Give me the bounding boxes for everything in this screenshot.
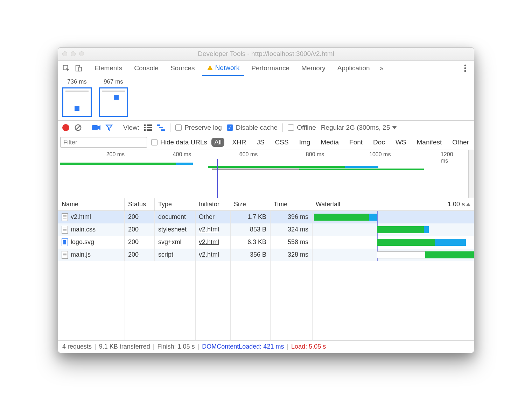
kebab-menu-icon[interactable] bbox=[459, 64, 471, 72]
file-icon bbox=[62, 226, 68, 234]
type-filter-css[interactable]: CSS bbox=[272, 138, 292, 147]
col-name[interactable]: Name bbox=[58, 198, 125, 210]
svg-rect-12 bbox=[147, 124, 152, 126]
col-size[interactable]: Size bbox=[230, 198, 270, 210]
tab-performance[interactable]: Performance bbox=[246, 61, 294, 76]
status-bar: 4 requests | 9.1 KB transferred | Finish… bbox=[58, 340, 474, 353]
titlebar: Developer Tools - http://localhost:3000/… bbox=[58, 48, 474, 61]
request-table: Name Status Type Initiator Size Time Wat… bbox=[58, 198, 474, 340]
file-icon bbox=[62, 238, 68, 246]
col-time[interactable]: Time bbox=[270, 198, 312, 210]
type-filter-xhr[interactable]: XHR bbox=[229, 138, 249, 147]
filter-icon[interactable] bbox=[105, 124, 113, 131]
frame-timestamp: 967 ms bbox=[104, 78, 123, 85]
svg-rect-13 bbox=[144, 127, 146, 128]
col-status[interactable]: Status bbox=[125, 198, 155, 210]
svg-point-5 bbox=[464, 65, 466, 66]
dcl-time: DOMContentLoaded: 421 ms bbox=[202, 343, 284, 350]
requests-count: 4 requests bbox=[62, 343, 92, 350]
type-filter-manifest[interactable]: Manifest bbox=[414, 138, 445, 147]
tab-elements[interactable]: Elements bbox=[90, 61, 127, 76]
timeline-overview[interactable]: 200 ms400 ms600 ms800 ms1000 ms1200 ms bbox=[58, 150, 474, 198]
type-filter-ws[interactable]: WS bbox=[393, 138, 409, 147]
svg-rect-14 bbox=[147, 127, 152, 128]
waterfall-cell bbox=[312, 249, 474, 261]
type-filter-other[interactable]: Other bbox=[449, 138, 472, 147]
table-row[interactable]: main.css200stylesheetv2.html853 B324 ms bbox=[58, 223, 474, 236]
table-row[interactable]: logo.svg200svg+xmlv2.html6.3 KB558 ms bbox=[58, 236, 474, 249]
frame-timestamp: 736 ms bbox=[67, 78, 87, 85]
table-row[interactable]: main.js200scriptv2.html356 B328 ms bbox=[58, 249, 474, 261]
transferred-size: 9.1 KB transferred bbox=[99, 343, 150, 350]
filmstrip-frame[interactable]: 967 ms bbox=[99, 78, 128, 117]
type-filter-font[interactable]: Font bbox=[346, 138, 365, 147]
tab-application[interactable]: Application bbox=[332, 61, 375, 76]
col-waterfall[interactable]: Waterfall 1.00 s bbox=[312, 198, 474, 210]
filmstrip: 736 ms 967 ms bbox=[58, 76, 474, 121]
type-filter-all[interactable]: All bbox=[211, 138, 224, 147]
finish-time: Finish: 1.05 s bbox=[158, 343, 195, 350]
devtools-window: Developer Tools - http://localhost:3000/… bbox=[58, 47, 474, 353]
svg-rect-4 bbox=[210, 69, 210, 70]
minimize-icon[interactable] bbox=[71, 51, 76, 56]
svg-rect-16 bbox=[147, 129, 152, 131]
panel-tabs: Elements Console Sources Network Perform… bbox=[58, 61, 474, 76]
timeline-tick: 400 ms bbox=[173, 151, 191, 158]
chevron-down-icon bbox=[392, 126, 397, 129]
camera-icon[interactable] bbox=[92, 124, 100, 131]
offline-checkbox[interactable]: Offline bbox=[288, 124, 316, 131]
clear-icon[interactable] bbox=[74, 124, 82, 131]
initiator-link[interactable]: v2.html bbox=[199, 251, 219, 258]
inspect-icon[interactable] bbox=[61, 63, 71, 73]
filmstrip-frame[interactable]: 736 ms bbox=[62, 78, 92, 117]
table-row[interactable]: v2.html200documentOther1.7 KB396 ms bbox=[58, 211, 474, 223]
overview-scrollbar[interactable] bbox=[468, 150, 474, 198]
filter-input[interactable]: Filter bbox=[60, 137, 147, 148]
col-initiator[interactable]: Initiator bbox=[195, 198, 230, 210]
view-label: View: bbox=[123, 124, 139, 131]
hide-data-urls-checkbox[interactable]: Hide data URLs bbox=[151, 138, 207, 146]
tab-sources[interactable]: Sources bbox=[166, 61, 200, 76]
svg-point-7 bbox=[464, 70, 466, 72]
filter-bar: Filter Hide data URLs AllXHRJSCSSImgMedi… bbox=[58, 135, 474, 150]
zoom-icon[interactable] bbox=[79, 51, 84, 56]
window-title: Developer Tools - http://localhost:3000/… bbox=[58, 50, 474, 58]
svg-rect-15 bbox=[144, 129, 146, 131]
timeline-tick: 200 ms bbox=[106, 151, 125, 158]
col-type[interactable]: Type bbox=[155, 198, 195, 210]
initiator-link[interactable]: v2.html bbox=[199, 226, 219, 233]
svg-point-6 bbox=[464, 67, 466, 69]
disable-cache-checkbox[interactable]: ✓Disable cache bbox=[227, 124, 278, 131]
waterfall-cell bbox=[312, 236, 474, 249]
type-filter-img[interactable]: Img bbox=[296, 138, 313, 147]
svg-rect-3 bbox=[210, 67, 210, 69]
close-icon[interactable] bbox=[62, 51, 67, 56]
svg-rect-11 bbox=[144, 124, 146, 126]
initiator-link[interactable]: v2.html bbox=[199, 238, 219, 246]
file-icon bbox=[62, 251, 68, 259]
network-toolbar: View: Preserve log ✓Disable cache Offlin… bbox=[58, 121, 474, 135]
frame-thumbnail bbox=[62, 87, 92, 117]
tab-console[interactable]: Console bbox=[129, 61, 163, 76]
type-filter-media[interactable]: Media bbox=[318, 138, 342, 147]
tab-network[interactable]: Network bbox=[202, 61, 245, 76]
frame-thumbnail bbox=[99, 87, 128, 117]
svg-rect-19 bbox=[161, 129, 165, 131]
svg-rect-18 bbox=[159, 127, 163, 128]
svg-line-9 bbox=[76, 126, 80, 130]
record-button[interactable] bbox=[62, 124, 69, 131]
timeline-tick: 800 ms bbox=[306, 151, 324, 158]
warning-icon bbox=[207, 65, 213, 71]
type-filter-doc[interactable]: Doc bbox=[370, 138, 388, 147]
device-mode-icon[interactable] bbox=[74, 63, 84, 73]
waterfall-view-icon[interactable] bbox=[157, 124, 165, 131]
file-icon bbox=[62, 213, 68, 221]
throttle-select[interactable]: Regular 2G (300ms, 25 bbox=[321, 124, 397, 131]
type-filter-js[interactable]: JS bbox=[254, 138, 267, 147]
preserve-log-checkbox[interactable]: Preserve log bbox=[175, 124, 222, 131]
tab-memory[interactable]: Memory bbox=[296, 61, 330, 76]
svg-rect-10 bbox=[92, 125, 98, 130]
list-view-icon[interactable] bbox=[144, 124, 152, 131]
tabs-overflow[interactable]: » bbox=[380, 64, 384, 72]
table-header: Name Status Type Initiator Size Time Wat… bbox=[58, 198, 474, 211]
